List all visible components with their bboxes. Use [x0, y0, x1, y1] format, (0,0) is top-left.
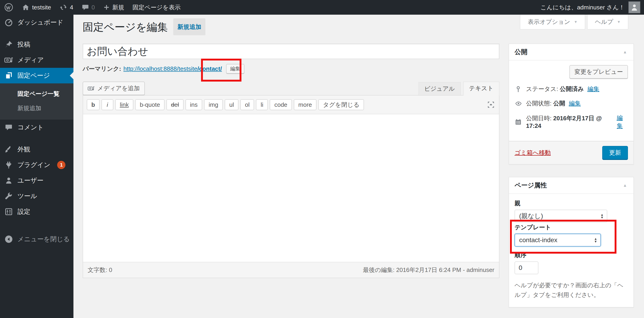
- sidebar-item-settings[interactable]: 設定: [0, 204, 74, 219]
- permalink-link[interactable]: http://localhost:8888/testsite/contact/: [124, 65, 222, 72]
- edit-visibility-link[interactable]: 編集: [569, 99, 581, 107]
- visibility-value: 公開: [553, 100, 565, 107]
- template-label: テンプレート: [514, 223, 628, 231]
- comments-icon: [4, 123, 13, 132]
- new-content-menu[interactable]: 新規: [99, 0, 128, 15]
- schedule-text: 公開日時: 2016年2月17日 @ 17:24: [526, 114, 613, 130]
- qt-close-tags-button[interactable]: タグを閉じる: [318, 99, 364, 110]
- permalink-row: パーマリンク: http://localhost:8888/testsite/c…: [82, 63, 500, 74]
- edit-status-link[interactable]: 編集: [588, 85, 600, 93]
- sidebar-item-dashboard[interactable]: ダッシュボード: [0, 15, 74, 30]
- qt-bquote-button[interactable]: b-quote: [135, 99, 164, 110]
- move-to-trash-link[interactable]: ゴミ箱へ移動: [514, 149, 551, 157]
- update-button[interactable]: 更新: [602, 146, 628, 159]
- permalink-slug: /contact/: [198, 65, 222, 72]
- collapse-menu-button[interactable]: メニューを閉じる: [0, 231, 74, 247]
- sidebar-item-label: 投稿: [18, 40, 30, 49]
- wordcount-label: 文字数:: [88, 266, 107, 273]
- panel-toggle-icon[interactable]: ▲: [622, 182, 628, 189]
- template-select[interactable]: contact-index ▲▼: [514, 234, 601, 247]
- appearance-icon: [4, 145, 13, 154]
- view-page-menu[interactable]: 固定ページを表示: [128, 0, 185, 15]
- publish-panel-header[interactable]: 公開 ▲: [509, 44, 634, 60]
- permalink-label: パーマリンク:: [82, 65, 121, 73]
- chevron-down-icon: ▼: [574, 20, 578, 24]
- sidebar-item-comments[interactable]: コメント: [0, 120, 74, 135]
- sidebar-item-posts[interactable]: 投稿: [0, 37, 74, 52]
- comment-bubble-icon: [82, 3, 89, 11]
- add-media-button[interactable]: メディアを追加: [82, 82, 145, 95]
- publish-panel: 公開 ▲ 変更をプレビュー ステータス: 公開済み 編集: [508, 43, 634, 164]
- submenu-item-all-pages[interactable]: 固定ページ一覧: [0, 87, 74, 101]
- sidebar-item-label: 固定ページ: [18, 71, 50, 80]
- tab-visual[interactable]: ビジュアル: [418, 82, 461, 95]
- edit-schedule-link[interactable]: 編集: [617, 114, 628, 130]
- wordpress-logo-icon: [4, 3, 13, 12]
- wp-logo-menu[interactable]: [0, 0, 18, 15]
- sidebar-item-label: 設定: [18, 207, 30, 216]
- qt-img-button[interactable]: img: [204, 99, 223, 110]
- avatar[interactable]: [628, 1, 640, 13]
- qt-code-button[interactable]: code: [270, 99, 292, 110]
- status-row: ステータス: 公開済み 編集: [514, 85, 628, 93]
- parent-select[interactable]: (親なし) ▲▼: [514, 210, 607, 222]
- sidebar-item-label: ダッシュボード: [18, 18, 63, 27]
- tab-text[interactable]: テキスト: [463, 82, 500, 96]
- status-label: ステータス:: [526, 85, 558, 92]
- updates-menu[interactable]: 4: [55, 0, 77, 15]
- editor-textarea[interactable]: [83, 114, 499, 262]
- site-name-menu[interactable]: testsite: [18, 0, 55, 15]
- current-menu-arrow: [66, 72, 74, 79]
- sidebar-item-appearance[interactable]: 外観: [0, 142, 74, 157]
- editor-box: b i link b-quote del ins img ul ol li co…: [82, 95, 500, 278]
- qt-more-button[interactable]: more: [294, 99, 316, 110]
- add-media-label: メディアを追加: [97, 84, 140, 92]
- template-select-value: contact-index: [519, 236, 558, 244]
- sidebar-item-plugins[interactable]: プラグイン 1: [0, 157, 74, 173]
- qt-bold-button[interactable]: b: [87, 99, 100, 110]
- view-page-label: 固定ページを表示: [132, 3, 180, 11]
- comments-menu[interactable]: 0: [77, 0, 99, 15]
- pages-icon: [4, 71, 13, 80]
- panel-toggle-icon[interactable]: ▲: [622, 49, 628, 55]
- editor-column: パーマリンク: http://localhost:8888/testsite/c…: [82, 43, 500, 278]
- sidebar-item-tools[interactable]: ツール: [0, 188, 74, 204]
- user-greeting[interactable]: こんにちは、adminuser さん！: [540, 3, 625, 11]
- sidebar-item-media[interactable]: メディア: [0, 52, 74, 68]
- add-new-button[interactable]: 新規追加: [173, 18, 206, 35]
- qt-li-button[interactable]: li: [256, 99, 268, 110]
- template-section: テンプレート contact-index ▲▼: [514, 223, 628, 247]
- fullscreen-expand-icon[interactable]: [486, 100, 495, 109]
- editor-statusbar: 文字数: 0 最後の編集: 2016年2月17日 6:24 PM - admin…: [83, 262, 499, 278]
- help-tab[interactable]: ヘルプ ▼: [587, 15, 628, 29]
- settings-icon: [4, 208, 13, 216]
- qt-del-button[interactable]: del: [166, 99, 184, 110]
- page-attributes-panel: ページ属性 ▲ 親 (親なし) ▲▼ テンプレート contact-index: [508, 177, 634, 308]
- preview-changes-button[interactable]: 変更をプレビュー: [570, 65, 628, 79]
- qt-ins-button[interactable]: ins: [186, 99, 202, 110]
- order-input[interactable]: [514, 261, 538, 274]
- attributes-panel-header[interactable]: ページ属性 ▲: [509, 177, 634, 194]
- eye-icon: [514, 100, 522, 107]
- qt-ol-button[interactable]: ol: [240, 99, 254, 110]
- sidebar-item-label: メディア: [18, 56, 44, 64]
- submenu-item-add-new[interactable]: 新規追加: [0, 101, 74, 116]
- plus-icon: [103, 4, 110, 11]
- admin-bar: testsite 4 0 新規 固定ページを表示 こんにちは、adminuser…: [0, 0, 644, 15]
- edit-permalink-button[interactable]: 編集: [226, 64, 244, 74]
- post-title-input[interactable]: [82, 43, 500, 59]
- qt-italic-button[interactable]: i: [102, 99, 114, 110]
- tools-icon: [4, 192, 13, 200]
- media-icon: [88, 85, 94, 92]
- qt-ul-button[interactable]: ul: [225, 99, 238, 110]
- content-area: 表示オプション ▼ ヘルプ ▼ 固定ページを編集新規追加 パーマリンク: htt…: [74, 15, 644, 318]
- sidebar-item-pages[interactable]: 固定ページ: [0, 68, 74, 83]
- home-icon: [22, 3, 30, 11]
- permalink-base: http://localhost:8888/testsite: [124, 65, 198, 72]
- media-icon: [4, 56, 13, 64]
- attributes-panel-title: ページ属性: [514, 181, 547, 190]
- qt-link-button[interactable]: link: [115, 99, 133, 110]
- screen-options-tab[interactable]: 表示オプション ▼: [520, 15, 585, 29]
- sidebar-item-label: プラグイン: [18, 160, 50, 169]
- sidebar-item-users[interactable]: ユーザー: [0, 173, 74, 188]
